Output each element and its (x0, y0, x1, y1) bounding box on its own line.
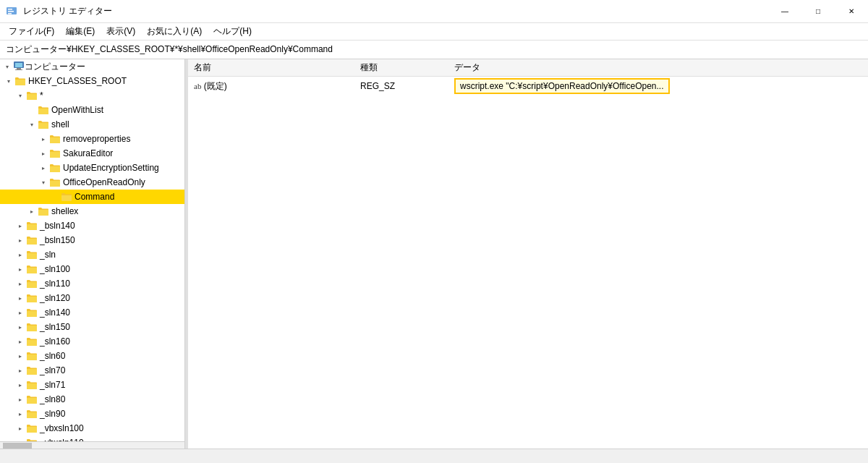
tree-item-shellex[interactable]: ▸ shellex (0, 204, 184, 218)
expand-icon-sln100[interactable]: ▸ (14, 263, 26, 275)
tree-item-sln150[interactable]: ▸ _sln150 (0, 320, 184, 334)
svg-rect-6 (17, 68, 21, 69)
right-panel: 名前 種類 データ ab (既定)REG_SZwscript.exe "C:¥s… (188, 59, 868, 449)
expand-icon-sln150[interactable]: ▸ (14, 321, 26, 333)
tree-item-vbxsln100[interactable]: ▸ _vbxsln100 (0, 421, 184, 436)
expand-icon-sln140[interactable]: ▸ (14, 307, 26, 318)
tree-item-sln80[interactable]: ▸ _sln80 (0, 392, 184, 407)
close-button[interactable]: ✕ (835, 0, 868, 23)
status-bar (0, 449, 868, 463)
tree-item-sln100[interactable]: ▸ _sln100 (0, 262, 184, 276)
folder-icon-bsln150 (26, 235, 38, 245)
tree-label-sln90: _sln90 (40, 409, 65, 419)
expand-icon-sln160[interactable]: ▸ (14, 336, 26, 347)
menu-item-view[interactable]: 表示(V) (101, 23, 141, 40)
expand-icon-sln71[interactable]: ▸ (14, 379, 26, 391)
tree-label-shell: shell (51, 119, 69, 129)
folder-icon-officeopenreadonly (49, 177, 61, 187)
folder-icon-sln71 (26, 380, 38, 390)
expand-icon-shellex[interactable]: ▸ (26, 205, 38, 217)
expand-icon-updateencryption[interactable]: ▸ (38, 162, 49, 174)
menu-item-edit[interactable]: 編集(E) (60, 23, 101, 40)
expand-icon-vbxsln100[interactable]: ▸ (14, 422, 26, 434)
svg-rect-2 (8, 11, 14, 12)
expand-icon-command[interactable] (49, 191, 61, 203)
tree-item-updateencryption[interactable]: ▸ UpdateEncryptionSetting (0, 161, 184, 175)
minimize-button[interactable]: — (768, 0, 801, 23)
tree-hscroll[interactable] (0, 441, 184, 449)
tree-item-officeopenreadonly[interactable]: ▾ OfficeOpenReadOnly (0, 175, 184, 190)
menu-item-help[interactable]: ヘルプ(H) (208, 23, 258, 40)
expand-icon-sln80[interactable]: ▸ (14, 394, 26, 405)
expand-icon-computer[interactable]: ▾ (1, 61, 13, 72)
folder-icon-sln70 (26, 365, 38, 375)
tree-item-bsln140[interactable]: ▸ _bsln140 (0, 218, 184, 233)
folder-icon-sln160 (26, 336, 38, 347)
tree-item-sln70[interactable]: ▸ _sln70 (0, 363, 184, 378)
tree-item-removeproperties[interactable]: ▸ removeproperties (0, 132, 184, 146)
tree-item-sln90[interactable]: ▸ _sln90 (0, 407, 184, 421)
maximize-button[interactable]: □ (801, 0, 835, 23)
table-row[interactable]: ab (既定)REG_SZwscript.exe "C:¥script¥Open… (188, 77, 868, 96)
registry-table: 名前 種類 データ ab (既定)REG_SZwscript.exe "C:¥s… (188, 59, 868, 95)
tree-item-sakuraeditor[interactable]: ▸ SakuraEditor (0, 146, 184, 161)
tree-label-sln: _sln (40, 250, 56, 260)
tree-label-command: Command (75, 192, 114, 202)
title-bar-controls: — □ ✕ (768, 0, 868, 23)
registry-tree: ▾コンピューター▾ HKEY_CLASSES_ROOT▾ * OpenWithL… (0, 59, 184, 449)
table-body: ab (既定)REG_SZwscript.exe "C:¥script¥Open… (188, 77, 868, 96)
tree-item-hkcr[interactable]: ▾ HKEY_CLASSES_ROOT (0, 74, 184, 88)
tree-item-sln71[interactable]: ▸ _sln71 (0, 378, 184, 392)
tree-item-computer[interactable]: ▾コンピューター (0, 59, 184, 74)
expand-icon-sln60[interactable]: ▸ (14, 350, 26, 362)
tree-item-star[interactable]: ▾ * (0, 88, 184, 103)
tree-item-sln[interactable]: ▸ _sln (0, 247, 184, 262)
expand-icon-officeopenreadonly[interactable]: ▾ (38, 177, 49, 188)
title-bar-left: レジストリ エディター (6, 5, 112, 17)
reg-data-cell[interactable]: wscript.exe "C:¥script¥OpenReadOnly¥Offi… (448, 77, 868, 96)
tree-label-sln150: _sln150 (40, 322, 70, 332)
expand-icon-openwithlist[interactable] (26, 104, 38, 116)
menu-bar: ファイル(F) 編集(E) 表示(V) お気に入り(A) ヘルプ(H) (0, 23, 868, 41)
tree-label-sln160: _sln160 (40, 336, 70, 347)
tree-item-command[interactable]: Command (0, 190, 184, 204)
expand-icon-sln90[interactable]: ▸ (14, 408, 26, 420)
tree-label-vbxsln100: _vbxsln100 (40, 423, 84, 433)
folder-icon-sln100 (26, 264, 38, 274)
tree-item-sln140[interactable]: ▸ _sln140 (0, 305, 184, 320)
tree-item-sln110[interactable]: ▸ _sln110 (0, 276, 184, 291)
tree-item-bsln150[interactable]: ▸ _bsln150 (0, 233, 184, 247)
expand-icon-sln[interactable]: ▸ (14, 249, 26, 260)
tree-item-openwithlist[interactable]: OpenWithList (0, 103, 184, 117)
registry-editor-icon (6, 6, 17, 17)
expand-icon-sln120[interactable]: ▸ (14, 292, 26, 304)
expand-icon-removeproperties[interactable]: ▸ (38, 133, 49, 145)
tree-item-shell[interactable]: ▾ shell (0, 117, 184, 132)
tree-label-sakuraeditor: SakuraEditor (63, 148, 113, 158)
expand-icon-sakuraeditor[interactable]: ▸ (38, 148, 49, 159)
tree-panel[interactable]: ▾コンピューター▾ HKEY_CLASSES_ROOT▾ * OpenWithL… (0, 59, 185, 449)
expand-icon-shell[interactable]: ▾ (26, 119, 38, 130)
menu-item-favorites[interactable]: お気に入り(A) (141, 23, 208, 40)
folder-icon-sln140 (26, 307, 38, 318)
expand-icon-sln110[interactable]: ▸ (14, 278, 26, 289)
folder-icon-shellex (38, 206, 49, 216)
tree-label-openwithlist: OpenWithList (51, 105, 103, 115)
tree-item-sln60[interactable]: ▸ _sln60 (0, 349, 184, 363)
col-header-data: データ (448, 59, 868, 77)
tree-item-sln160[interactable]: ▸ _sln160 (0, 334, 184, 349)
tree-label-shellex: shellex (51, 206, 78, 216)
tree-label-sln120: _sln120 (40, 293, 70, 303)
col-header-type: 種類 (354, 59, 448, 77)
reg-name-cell: ab (既定) (188, 77, 354, 96)
tree-label-hkcr: HKEY_CLASSES_ROOT (28, 76, 127, 86)
menu-item-file[interactable]: ファイル(F) (3, 23, 60, 40)
expand-icon-bsln150[interactable]: ▸ (14, 234, 26, 246)
folder-icon-star (26, 90, 38, 101)
svg-rect-3 (8, 13, 12, 14)
expand-icon-star[interactable]: ▾ (14, 90, 26, 101)
tree-item-sln120[interactable]: ▸ _sln120 (0, 291, 184, 305)
expand-icon-bsln140[interactable]: ▸ (14, 220, 26, 232)
expand-icon-sln70[interactable]: ▸ (14, 365, 26, 376)
expand-icon-hkcr[interactable]: ▾ (3, 75, 14, 87)
